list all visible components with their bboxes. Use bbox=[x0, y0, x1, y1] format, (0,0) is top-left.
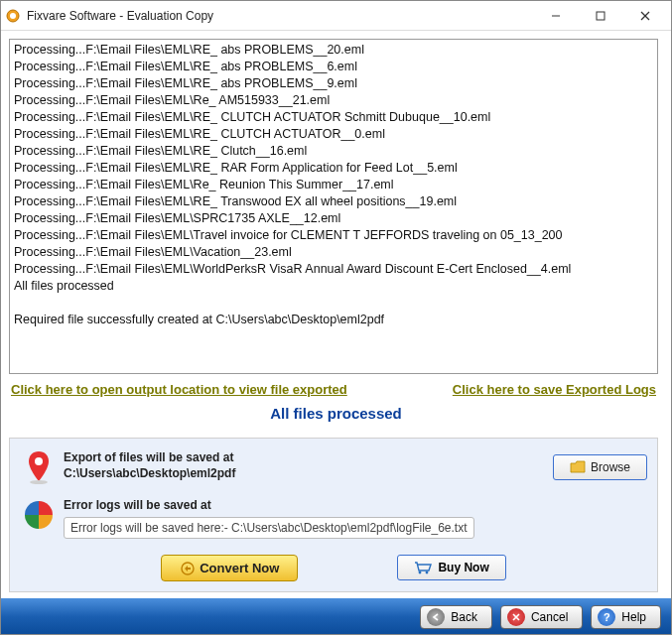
open-output-link[interactable]: Click here to open output location to vi… bbox=[11, 382, 347, 397]
convert-now-label: Convert Now bbox=[200, 561, 279, 575]
titlebar: Fixvare Software - Evaluation Copy bbox=[1, 1, 671, 31]
back-button[interactable]: Back bbox=[420, 605, 492, 629]
export-path-label: Export of files will be saved at bbox=[64, 449, 553, 465]
errorlog-path: Error logs will be saved here:- C:\Users… bbox=[64, 517, 474, 539]
footer-nav: Back Cancel ? Help bbox=[1, 598, 671, 635]
browse-button-label: Browse bbox=[591, 460, 630, 474]
maximize-button[interactable] bbox=[578, 2, 622, 30]
export-path-row: Export of files will be saved at C:\User… bbox=[20, 448, 647, 486]
help-question-icon: ? bbox=[598, 608, 615, 626]
minimize-button[interactable] bbox=[533, 2, 578, 30]
back-arrow-icon bbox=[427, 608, 445, 626]
svg-point-10 bbox=[426, 572, 429, 574]
piechart-icon bbox=[20, 496, 58, 534]
export-path-value: C:\Users\abc\Desktop\eml2pdf bbox=[64, 465, 553, 481]
cancel-x-icon bbox=[507, 608, 525, 626]
help-button[interactable]: ? Help bbox=[591, 605, 661, 629]
processing-log[interactable]: Processing...F:\Email Files\EML\RE_ abs … bbox=[9, 39, 658, 374]
close-button[interactable] bbox=[622, 2, 667, 30]
errorlog-label: Error logs will be saved at bbox=[64, 497, 647, 513]
buy-now-label: Buy Now bbox=[438, 561, 488, 574]
svg-point-1 bbox=[10, 13, 16, 19]
help-label: Help bbox=[621, 610, 646, 624]
back-label: Back bbox=[451, 610, 477, 624]
cancel-button[interactable]: Cancel bbox=[500, 605, 583, 629]
window-title: Fixvare Software - Evaluation Copy bbox=[27, 9, 533, 23]
buy-now-button[interactable]: Buy Now bbox=[397, 555, 505, 580]
settings-panel: Export of files will be saved at C:\User… bbox=[9, 438, 658, 592]
errorlog-row: Error logs will be saved at Error logs w… bbox=[20, 496, 647, 539]
app-icon bbox=[5, 8, 21, 24]
svg-point-9 bbox=[419, 572, 422, 574]
svg-point-7 bbox=[30, 480, 48, 484]
status-text: All files processed bbox=[9, 401, 663, 438]
cancel-label: Cancel bbox=[531, 610, 568, 624]
action-row: Convert Now Buy Now bbox=[20, 549, 647, 583]
svg-point-6 bbox=[35, 457, 43, 465]
save-logs-link[interactable]: Click here to save Exported Logs bbox=[453, 382, 656, 397]
location-pin-icon bbox=[20, 448, 58, 486]
svg-rect-3 bbox=[597, 12, 605, 20]
browse-button[interactable]: Browse bbox=[553, 454, 647, 480]
convert-now-button[interactable]: Convert Now bbox=[161, 555, 298, 581]
links-row: Click here to open output location to vi… bbox=[9, 374, 658, 401]
